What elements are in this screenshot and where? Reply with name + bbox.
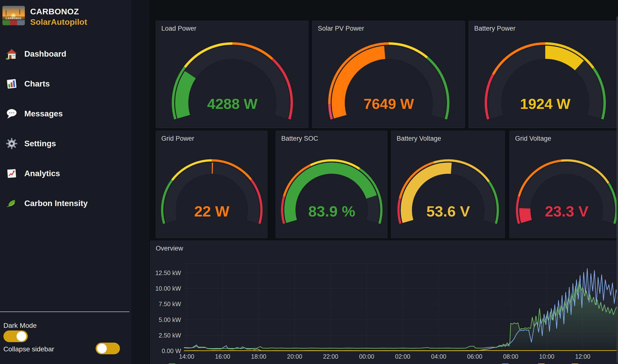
y-axis-label: 12.50 kW [155,270,181,276]
x-axis-label: 22:00 [323,353,338,360]
series-line-grid-power [184,351,618,351]
gauge-grid-voltage: 23.3 V [510,131,618,238]
x-axis-label: 06:00 [467,353,482,360]
logo-wordmark: CARBONOZ [2,16,25,20]
toggle-knob [16,331,26,341]
gauge-value: 4288 W [207,96,258,112]
sidebar-item-carbon-intensity[interactable]: Carbon Intensity [0,193,131,214]
brand-title: CARBONOZ [30,6,87,17]
solar-autopilot-dashboard: CARBONOZ CARBONOZ SolarAutopilot Dashboa… [0,0,618,364]
x-axis-label: 14:00 [179,353,194,360]
legend-series-label: Load Power [177,363,208,364]
sidebar-item-settings[interactable]: Settings [0,133,131,154]
chart-up-icon [6,168,17,179]
sidebar-item-charts[interactable]: Charts [0,74,131,94]
brand-subtitle: SolarAutopilot [30,17,87,27]
y-axis-label: 7.50 kW [159,300,181,307]
y-axis-label: 2.50 kW [159,332,181,339]
speech-bubble-icon [6,108,17,119]
x-axis-label: 18:00 [251,353,266,360]
legend-item-load-power[interactable]: Load Power [169,363,208,364]
panel-battery-power: Battery Power 1924 W [469,21,618,128]
house-icon [6,48,17,60]
series-area-solar-pv-power [184,269,618,351]
gauge-value: 1924 W [520,96,571,112]
dark-mode-toggle[interactable] [3,330,28,342]
x-axis-label: 12:00 [575,353,591,360]
dark-mode-label: Dark Mode [3,322,37,329]
gauge-grid-power: 22 W [156,131,268,238]
y-axis-label: 5.00 kW [159,316,181,323]
x-axis-label: 10:00 [539,353,554,360]
sidebar-divider [0,312,129,312]
sidebar-item-label: Dashboard [24,49,66,59]
legend-series-label: Grid Power [580,363,609,364]
bar-chart-icon [6,78,17,90]
toggle-knob [97,344,107,353]
sidebar-gutter [131,0,149,364]
sidebar-nav: DashboardChartsMessagesSettingsAnalytics… [0,44,131,223]
chart-legend: Load PowerSolar PV PowerBattery PowerGri… [150,363,618,364]
panel-battery-voltage: Battery Voltage 53.6 V [391,131,505,238]
x-axis-label: 20:00 [287,353,302,360]
collapse-sidebar-toggle[interactable] [96,343,120,354]
x-axis-label: 08:00 [503,353,519,360]
panel-solar-pv-power: Solar PV Power 7649 W [312,21,465,128]
gauge-battery-voltage: 53.6 V [391,131,505,238]
vertical-scrollbar[interactable] [617,16,618,363]
leaf-icon [6,197,17,209]
x-axis-label: 04:00 [431,353,446,360]
x-axis-label: 02:00 [395,353,411,360]
gauge-value: 83.9 % [308,203,355,220]
collapse-sidebar-label: Collapse sidebar [3,345,54,353]
gauge-value: 22 W [194,203,229,220]
panel-grid-power: Grid Power 22 W [156,131,267,238]
gauge-battery-power: 1924 W [469,21,618,128]
x-axis-label: 00:00 [359,353,374,360]
sidebar-item-analytics[interactable]: Analytics [0,163,131,184]
panel-grid-voltage: Grid Voltage 23.3 V [509,131,618,238]
y-axis-label: 10.00 kW [155,285,181,292]
brand-text: CARBONOZ SolarAutopilot [30,6,87,27]
sidebar-item-label: Charts [24,79,50,89]
logo-photo-strip [2,20,25,25]
sidebar-item-label: Settings [24,139,56,148]
gauge-value: 23.3 V [545,203,588,220]
gauge-load-power: 4288 W [156,21,309,128]
sidebar: CARBONOZ CARBONOZ SolarAutopilot Dashboa… [0,0,131,364]
x-axis-label: 16:00 [215,353,230,360]
gauge-value: 53.6 V [426,203,470,220]
brand: CARBONOZ CARBONOZ SolarAutopilot [2,6,87,27]
panel-battery-soc: Battery SOC 83.9 % [276,131,387,238]
overview-time-series-chart[interactable]: 12.50 kW10.00 kW7.50 kW5.00 kW2.50 kW0.0… [150,241,618,364]
panel-load-power: Load Power 4288 W [156,21,309,128]
logo-turbine [6,10,6,15]
sidebar-item-label: Carbon Intensity [24,199,88,208]
carbonoz-logo: CARBONOZ [2,6,25,25]
gear-icon [6,138,17,149]
logo-turbine [19,9,20,14]
gauge-battery-soc: 83.9 % [276,131,388,238]
gauge-solar-pv-power: 7649 W [312,21,465,128]
gauge-value: 7649 W [364,96,414,112]
legend-item-grid-power[interactable]: Grid Power [572,363,609,364]
panel-overview: Overview 12.50 kW10.00 kW7.50 kW5.00 kW2… [150,241,618,364]
sidebar-item-dashboard[interactable]: Dashboard [0,44,131,64]
y-axis-label: 0.00 W [162,348,181,354]
sidebar-item-label: Messages [24,109,63,118]
sidebar-item-label: Analytics [24,169,60,178]
sidebar-item-messages[interactable]: Messages [0,104,131,124]
